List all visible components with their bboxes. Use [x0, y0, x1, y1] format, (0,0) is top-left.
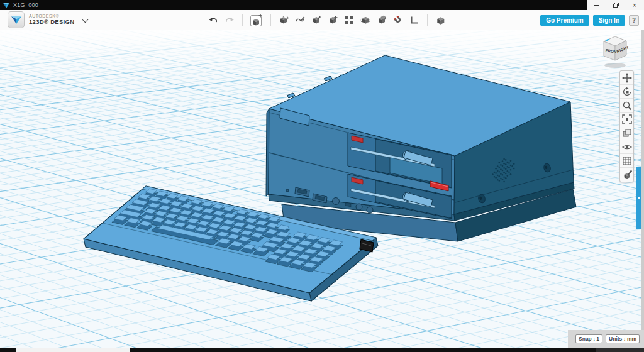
- hide-show-icon[interactable]: [620, 140, 633, 154]
- grid-settings-icon[interactable]: [620, 154, 633, 168]
- app-logo-icon: [3, 2, 10, 9]
- restore-icon: [613, 3, 619, 8]
- material-icon[interactable]: [435, 14, 446, 26]
- redo-icon[interactable]: [224, 14, 235, 26]
- app-menu-button[interactable]: AUTODESK® 123D® DESIGN: [8, 11, 87, 28]
- view-cube[interactable]: FRONT RIGHT: [596, 33, 635, 72]
- window-title: X1G_000: [13, 2, 38, 8]
- display-mode-icon[interactable]: [620, 126, 633, 140]
- brand-text: AUTODESK® 123D® DESIGN: [29, 14, 74, 25]
- navigation-toolbar: [619, 70, 634, 182]
- close-button[interactable]: ×: [625, 0, 644, 10]
- orbit-icon[interactable]: [620, 85, 633, 99]
- insert-primitive-icon[interactable]: [250, 13, 264, 27]
- sketch-icon[interactable]: [294, 14, 306, 26]
- modify-icon[interactable]: [327, 14, 338, 26]
- construct-icon[interactable]: [311, 14, 322, 26]
- 3d-scene: [0, 30, 644, 348]
- menu-bar: AUTODESK® 123D® DESIGN Go Premium Sign I…: [0, 10, 644, 30]
- minimize-icon: [594, 5, 599, 6]
- undo-icon[interactable]: [208, 14, 219, 26]
- maximize-button[interactable]: [606, 0, 625, 10]
- snap-icon[interactable]: [392, 14, 404, 26]
- help-button[interactable]: ?: [629, 15, 639, 26]
- sign-in-button[interactable]: Sign In: [593, 15, 625, 26]
- grouping-icon[interactable]: [360, 14, 371, 26]
- app-logo: [8, 11, 25, 28]
- scroll-strip: [641, 30, 644, 348]
- combine-icon[interactable]: [376, 14, 387, 26]
- main-toolbar: [208, 10, 446, 30]
- units-setting[interactable]: Units : mm: [606, 334, 640, 343]
- parts-panel-tab[interactable]: [636, 167, 641, 229]
- viewport[interactable]: FRONT RIGHT Snap : 1 Units : mm: [0, 30, 644, 348]
- chevron-down-icon[interactable]: [82, 15, 89, 22]
- window-titlebar: X1G_000 ×: [0, 0, 644, 10]
- pattern-icon[interactable]: [343, 14, 355, 26]
- snap-setting[interactable]: Snap : 1: [575, 334, 602, 343]
- status-bar: Snap : 1 Units : mm: [568, 330, 644, 348]
- fit-view-icon[interactable]: [620, 113, 633, 126]
- go-premium-button[interactable]: Go Premium: [540, 15, 589, 26]
- taskbar-tray[interactable]: [596, 348, 644, 352]
- pan-icon[interactable]: [620, 71, 633, 85]
- os-taskbar[interactable]: [0, 348, 644, 352]
- zoom-icon[interactable]: [620, 99, 633, 113]
- minimize-button[interactable]: [587, 0, 606, 10]
- measure-icon[interactable]: [409, 14, 420, 26]
- chevron-left-icon: [638, 196, 640, 200]
- transform-icon[interactable]: [278, 14, 289, 26]
- material-paint-icon[interactable]: [620, 168, 633, 182]
- taskbar-active-app[interactable]: [16, 348, 130, 352]
